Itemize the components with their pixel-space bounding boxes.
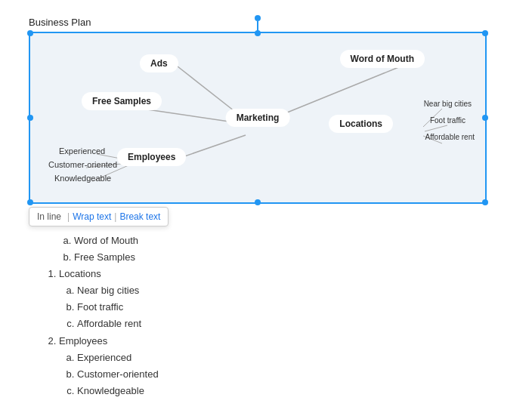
- list-sub-affordable-rent: Affordable rent: [77, 316, 159, 332]
- svg-line-2: [142, 109, 234, 122]
- node-marketing[interactable]: Marketing: [226, 109, 290, 127]
- toolbar-sep-1: |: [67, 211, 70, 222]
- svg-line-9: [425, 125, 447, 131]
- toolbar-wrap-button[interactable]: Wrap text: [73, 211, 111, 222]
- page-title: Business Plan: [29, 17, 91, 28]
- list-sub-customer-oriented: Customer-oriented: [77, 366, 159, 383]
- sub-node-experienced: Experienced: [59, 146, 105, 156]
- outline-list: Word of Mouth Free Samples Locations Nea…: [45, 233, 159, 399]
- list-sub-foot-traffic: Foot traffic: [77, 299, 159, 316]
- toolbar-sep-2: |: [114, 211, 116, 222]
- sub-node-customer-oriented: Customer-oriented: [48, 160, 117, 169]
- list-sub-experienced: Experienced: [77, 350, 159, 366]
- sub-node-affordable-rent: Affordable rent: [425, 133, 475, 141]
- list-sub-knowledgeable: Knowledgeable: [77, 383, 159, 399]
- sub-node-near-big-cities: Near big cities: [424, 100, 472, 108]
- sub-node-foot-traffic: Foot traffic: [430, 116, 466, 125]
- toolbar-break-button[interactable]: Break text: [119, 211, 160, 222]
- node-employees[interactable]: Employees: [117, 148, 186, 166]
- list-sub-word-mouth: Word of Mouth: [74, 233, 138, 249]
- text-wrap-toolbar: In line | Wrap text | Break text: [29, 207, 169, 226]
- node-ads[interactable]: Ads: [140, 54, 178, 72]
- mindmap-container: Marketing Ads Word of Mouth Free Samples…: [29, 32, 487, 204]
- list-sub-free-samples: Free Samples: [74, 249, 138, 266]
- node-free-samples[interactable]: Free Samples: [82, 92, 162, 110]
- list-item-locations: Locations Near big cities Foot traffic A…: [59, 266, 159, 332]
- toolbar-inline-label: In line: [37, 211, 61, 222]
- svg-line-1: [287, 66, 401, 112]
- list-sub-near-big-cities: Near big cities: [77, 282, 159, 299]
- node-word-mouth[interactable]: Word of Mouth: [340, 50, 425, 68]
- list-item-employees: Employees Experienced Customer-oriented …: [59, 333, 159, 399]
- list-item-1: Word of Mouth Free Samples: [59, 233, 159, 266]
- sub-node-knowledgeable: Knowledgeable: [54, 174, 111, 183]
- node-locations[interactable]: Locations: [329, 115, 393, 133]
